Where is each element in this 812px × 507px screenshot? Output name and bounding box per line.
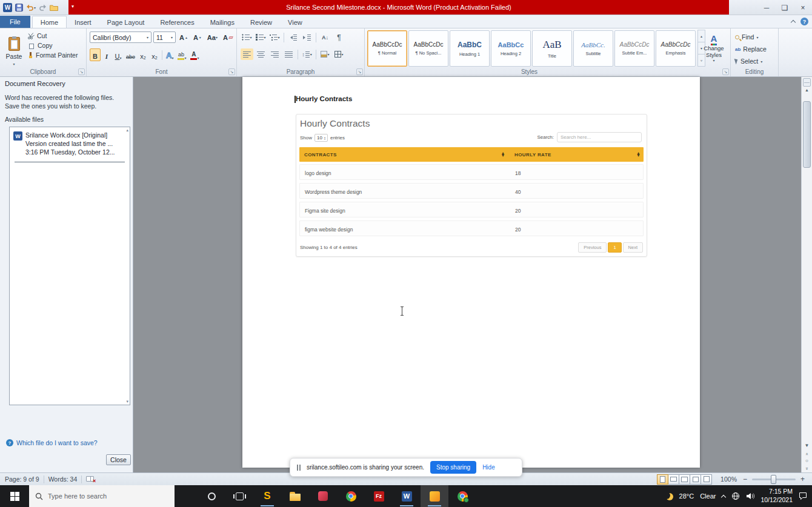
previous-page-button[interactable]: Previous <box>578 242 607 253</box>
document-page[interactable]: Hourly Contracts Hourly Contracts Show 1… <box>242 77 700 468</box>
zoom-out-button[interactable]: − <box>742 475 748 483</box>
next-page-icon[interactable]: » <box>802 466 812 471</box>
clipboard-dialog-launcher[interactable]: ↘ <box>78 68 85 75</box>
style-heading-1[interactable]: AaBbCHeading 1 <box>450 30 490 67</box>
style-title[interactable]: AaBTitle <box>532 30 572 67</box>
word-logo-icon[interactable]: W <box>3 3 12 12</box>
align-center-button[interactable] <box>255 48 267 60</box>
align-left-button[interactable] <box>241 48 253 60</box>
recovered-file-item[interactable]: W Srilance Work.docx [Original] Version … <box>10 127 130 159</box>
style-emphasis[interactable]: AaBbCcDcEmphasis <box>656 30 696 67</box>
column-hourly-rate[interactable]: HOURLY RATE <box>514 152 551 157</box>
paragraph-dialog-launcher[interactable]: ↘ <box>356 68 363 75</box>
line-spacing-button[interactable]: ↕▾ <box>301 48 313 60</box>
weather-condition[interactable]: Clear <box>700 492 716 500</box>
replace-button[interactable]: abReplace <box>735 45 767 53</box>
scroll-up-icon[interactable]: ▲ <box>802 87 812 93</box>
zoom-level[interactable]: 100% <box>720 476 737 483</box>
font-dialog-launcher[interactable]: ↘ <box>228 68 235 75</box>
hide-share-bar-link[interactable]: Hide <box>482 464 495 471</box>
minimize-ribbon-icon[interactable] <box>791 20 796 25</box>
underline-button[interactable]: U▾ <box>113 48 124 61</box>
orange-app-button[interactable] <box>421 485 448 507</box>
outline-view-button[interactable] <box>690 474 701 485</box>
change-styles-button[interactable]: A Change Styles ▾ <box>700 30 728 67</box>
vertical-scrollbar[interactable]: ▲ ▼ » ○ » <box>801 77 812 472</box>
red-app-button[interactable] <box>309 485 337 507</box>
start-button[interactable] <box>0 485 29 507</box>
scroll-down-icon[interactable]: ▼ <box>802 443 812 448</box>
clear-formatting-button[interactable]: A <box>221 33 235 42</box>
pause-sharing-icon[interactable] <box>297 465 301 471</box>
print-layout-view-button[interactable] <box>657 474 668 485</box>
bullets-button[interactable]: ▾ <box>241 31 253 43</box>
superscript-button[interactable]: x2 <box>149 48 160 61</box>
undo-icon[interactable]: ▾ <box>26 4 36 11</box>
stop-sharing-button[interactable]: Stop sharing <box>430 461 476 474</box>
sort-button[interactable]: A↓ <box>319 31 331 43</box>
font-color-button[interactable]: A▾ <box>188 48 201 61</box>
which-file-help-link[interactable]: ? Which file do I want to save? <box>6 439 98 446</box>
task-view-button[interactable] <box>225 485 253 507</box>
qat-customize-icon[interactable]: ▾ <box>72 4 74 9</box>
taskbar-clock[interactable]: 7:15 PM 10/12/2021 <box>760 488 793 504</box>
open-icon[interactable] <box>50 4 58 11</box>
decrease-indent-button[interactable] <box>287 31 299 43</box>
word-count[interactable]: Words: 34 <box>48 476 78 483</box>
draft-view-button[interactable] <box>701 474 712 485</box>
style-no-spacing[interactable]: AaBbCcDc¶ No Spaci... <box>408 30 448 67</box>
highlight-color-button[interactable]: ab▾ <box>176 48 188 61</box>
redo-icon[interactable] <box>39 4 47 11</box>
shading-button[interactable]: ▾ <box>319 48 331 60</box>
minimize-button[interactable]: ─ <box>757 0 776 15</box>
sort-icon[interactable]: ▴▾ <box>637 152 640 156</box>
network-icon[interactable] <box>731 492 740 500</box>
tab-insert[interactable]: Insert <box>67 16 99 28</box>
column-contracts[interactable]: CONTRACTS <box>304 152 337 157</box>
volume-icon[interactable] <box>746 492 754 500</box>
select-browse-object-icon[interactable]: ○ <box>802 458 812 463</box>
list-scroll-down-icon[interactable]: ▾ <box>126 399 128 404</box>
page-indicator[interactable]: Page: 9 of 9 <box>5 476 39 483</box>
show-marks-button[interactable]: ¶ <box>333 31 345 43</box>
close-pane-button[interactable]: Close <box>106 454 131 465</box>
borders-button[interactable]: ▾ <box>333 48 345 60</box>
action-center-icon[interactable] <box>799 492 807 500</box>
zoom-in-button[interactable]: + <box>799 475 806 483</box>
help-icon[interactable]: ? <box>800 18 808 25</box>
sort-icon[interactable]: ▴▾ <box>502 152 504 156</box>
font-family-select[interactable]: Calibri (Body)▾ <box>90 31 151 43</box>
scrollbar-thumb[interactable] <box>803 101 811 168</box>
restore-button[interactable]: ❏ <box>776 0 794 15</box>
tray-expand-icon[interactable] <box>721 494 726 499</box>
save-icon[interactable] <box>15 4 23 12</box>
taskbar-search-input[interactable] <box>48 492 157 500</box>
change-case-button[interactable]: Aa▾ <box>205 33 219 42</box>
strikethrough-button[interactable]: abe <box>124 48 137 61</box>
next-page-button[interactable]: Next <box>623 242 643 253</box>
shrink-font-button[interactable]: A▼ <box>191 33 204 42</box>
paste-button[interactable]: Paste ▾ <box>2 31 25 72</box>
proofing-error-icon[interactable]: × <box>86 476 96 483</box>
style-normal[interactable]: AaBbCcDc¶ Normal <box>367 30 407 67</box>
file-explorer-button[interactable] <box>281 485 309 507</box>
tab-mailings[interactable]: Mailings <box>202 16 242 28</box>
tab-review[interactable]: Review <box>242 16 280 28</box>
zoom-slider[interactable] <box>752 479 796 480</box>
justify-button[interactable] <box>282 48 295 60</box>
styles-dialog-launcher[interactable]: ↘ <box>722 68 729 75</box>
chrome-button[interactable] <box>337 485 365 507</box>
subscript-button[interactable]: x2 <box>138 48 148 61</box>
web-layout-view-button[interactable] <box>679 474 690 485</box>
weather-moon-icon[interactable] <box>664 491 673 501</box>
find-button[interactable]: Find▾ <box>735 33 758 41</box>
tab-file[interactable]: File <box>0 16 30 28</box>
style-subtle-emphasis[interactable]: AaBbCcDcSubtle Em... <box>614 30 654 67</box>
italic-button[interactable]: I <box>101 48 112 61</box>
table-search-input[interactable] <box>557 132 642 142</box>
copy-button[interactable]: Copy <box>28 42 78 49</box>
tab-home[interactable]: Home <box>32 16 67 28</box>
srilance-app-button[interactable]: S <box>253 485 281 507</box>
weather-temperature[interactable]: 28°C <box>679 492 694 500</box>
format-painter-button[interactable]: Format Painter <box>28 51 78 59</box>
